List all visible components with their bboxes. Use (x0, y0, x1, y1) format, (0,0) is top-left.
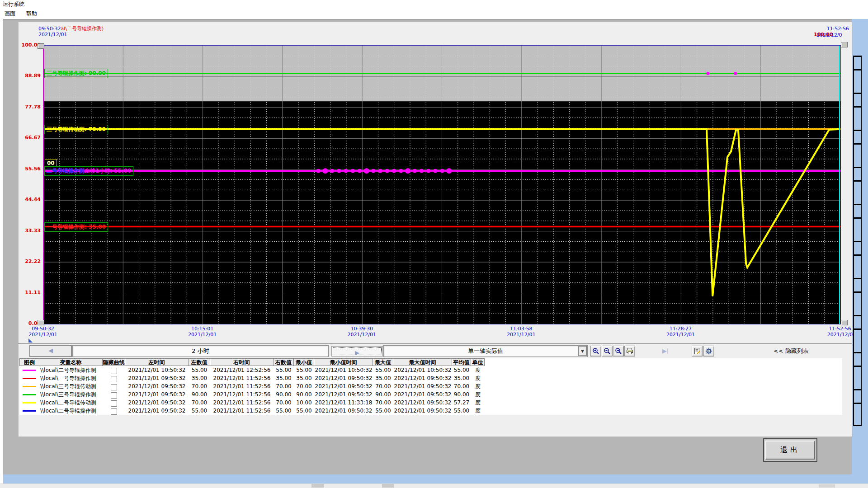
menu-screen[interactable]: 画面 (0, 8, 20, 19)
right-axis-tick (853, 167, 862, 168)
table-cell: 2021/12/01 11:52:56 (210, 390, 274, 399)
table-row: \\local\二号导辊传动测2021/12/01 09:50:3270.002… (19, 399, 842, 407)
table-header-cell: 最大值时间 (393, 358, 452, 366)
table-cell: 70.00 (189, 382, 210, 390)
table-cell: 70.00 (373, 382, 393, 390)
left-cursor-date: 2021/12/01 (38, 32, 104, 38)
dropdown-arrow-button[interactable]: ▼ (578, 346, 587, 356)
settings-button[interactable] (703, 346, 714, 357)
zoom-in-icon (592, 347, 599, 355)
cursor-handle-top-left[interactable] (38, 43, 44, 49)
menu-help[interactable]: 帮助 (22, 8, 42, 19)
cursor-handle-top-right[interactable] (841, 42, 848, 47)
variable-name: \\local\三号导辊传动测 (39, 382, 103, 390)
table-cell: 90.00 (373, 390, 393, 399)
table-row: \\local\二号导辊操作测2021/12/01 09:50:3255.002… (19, 407, 842, 415)
table-cell: 2021/12/01 10:50:32 (314, 366, 373, 374)
scroll-right-button[interactable]: ▶ (331, 346, 383, 357)
table-cell: 度 (471, 374, 485, 382)
cursor-info-left: 09:50:32al\二号导辊操作测) 2021/12/01 (38, 26, 104, 38)
y-axis-label: 11.11 (17, 290, 41, 296)
zoom-reset-button[interactable] (613, 346, 624, 357)
table-header-cell: 左数值 (189, 358, 210, 366)
hide-curve-checkbox[interactable] (111, 400, 117, 407)
curve-data-table: 图例变量名称隐藏曲线左时间左数值右时间右数值最小值最小值时间最大值最大值时间平均… (19, 358, 842, 415)
y-axis-label: 55.56 (17, 166, 41, 172)
curve-label-blue: 二号导辊操作测 (45, 167, 86, 175)
table-header-cell: 右数值 (274, 358, 294, 366)
table-cell: 55.00 (294, 407, 314, 415)
y-axis-label: 44.44 (17, 197, 41, 202)
legend-swatch (23, 402, 36, 404)
table-header-cell: 最小值时间 (314, 358, 373, 366)
hide-curve-checkbox[interactable] (111, 376, 117, 382)
table-cell: 2021/12/01 11:52:56 (210, 374, 274, 382)
legend-swatch (23, 386, 36, 387)
axis-mode-dropdown[interactable]: 单一轴实际值 ▼ (383, 345, 588, 357)
table-cell: 90.00 (452, 390, 471, 399)
table-row: \\local\三号导辊传动测2021/12/01 09:50:3270.002… (19, 382, 842, 390)
x-axis-label: 11:28:272021/12/01 (659, 326, 702, 338)
x-axis-label: 10:15:012021/12/01 (181, 326, 224, 338)
legend-swatch (23, 370, 36, 371)
right-axis-tick (853, 315, 862, 316)
table-cell: 70.00 (294, 382, 314, 390)
cursor-handle-bottom-right[interactable] (841, 320, 848, 325)
table-header-cell: 隐藏曲线 (103, 358, 125, 366)
right-cursor-date: 2021/12/0 (816, 32, 842, 38)
report-icon (693, 347, 701, 355)
y-axis-label: 66.67 (17, 135, 41, 141)
play-pause-button[interactable]: ▶| (658, 346, 673, 356)
table-cell: 55.00 (452, 407, 471, 415)
app-window: 运行系统 画面 帮助 09:50:32al\二号导辊操作测) 2021/12/0… (0, 0, 868, 488)
variable-name: \\local\三号导辊操作测 (39, 390, 103, 399)
table-cell: 2021/12/01 09:50:32 (393, 407, 452, 415)
right-axis-tick (853, 241, 862, 242)
curve-label-red: 一号导辊操作测: 35.00 (44, 222, 108, 232)
report-button[interactable] (692, 346, 703, 357)
table-cell: 70.00 (452, 382, 471, 390)
table-cell: 度 (471, 382, 485, 390)
zoom-out-button[interactable] (602, 346, 613, 357)
zoom-reset-icon (615, 347, 622, 355)
scroll-left-button[interactable]: ◀ (29, 345, 72, 357)
table-cell: 2021/12/01 12:52:56 (210, 366, 274, 374)
table-cell: 55.00 (274, 407, 294, 415)
table-cell: 70.00 (373, 399, 393, 407)
taskbar-item (382, 484, 394, 488)
exit-button-frame: 退出 (763, 438, 817, 462)
curve-label-yellow: 三号导辊传动测: 70.00 (44, 125, 108, 134)
right-axis-tick (853, 291, 862, 293)
print-button[interactable] (624, 346, 635, 357)
gear-icon (705, 347, 712, 355)
hide-list-button[interactable]: << 隐藏列表 (732, 347, 850, 355)
hide-curve-checkbox[interactable] (111, 408, 117, 415)
menu-bar: 画面 帮助 (0, 8, 868, 19)
hide-curve-checkbox[interactable] (111, 368, 117, 374)
right-axis-tick (853, 389, 862, 390)
table-cell: 2021/12/01 11:33:18 (314, 399, 373, 407)
exit-button[interactable]: 退出 (765, 441, 815, 460)
right-axis-tick (853, 254, 862, 256)
table-cell: 90.00 (189, 390, 210, 399)
variable-name: \\local\二号导辊传动测 (39, 399, 103, 407)
table-cell: 35.00 (189, 374, 210, 382)
printer-icon (626, 347, 633, 355)
right-axis-tick (853, 217, 862, 219)
right-axis-tick (853, 328, 862, 330)
table-cell: 2021/12/01 09:50:32 (314, 390, 373, 399)
table-cell: 2021/12/01 09:50:32 (125, 399, 189, 407)
play-pause-icon: ▶| (662, 347, 669, 354)
trend-plot-canvas (43, 46, 840, 324)
cursor-handle-bottom-left[interactable] (38, 320, 44, 325)
table-cell: 度 (471, 390, 485, 399)
hide-curve-checkbox[interactable] (111, 392, 117, 399)
table-cell: 2021/12/01 11:52:56 (210, 399, 274, 407)
table-cell: 55.00 (189, 366, 210, 374)
right-axis-tick (853, 403, 862, 404)
variable-name: \\local\二号导辊操作测 (39, 366, 103, 374)
table-cell: 90.00 (294, 390, 314, 399)
hide-curve-checkbox[interactable] (111, 384, 117, 390)
axis-mode-value: 单一轴实际值 (468, 347, 503, 354)
zoom-in-button[interactable] (590, 346, 601, 357)
